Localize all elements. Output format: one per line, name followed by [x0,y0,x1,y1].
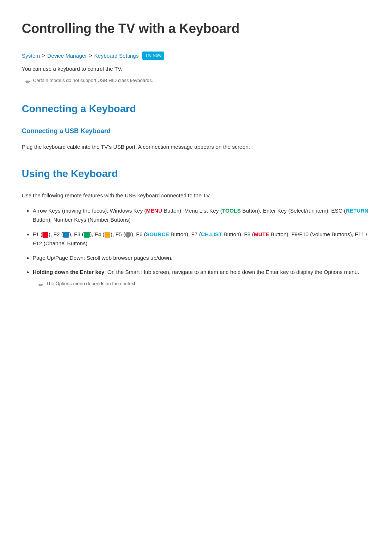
page-title: Controlling the TV with a Keyboard [22,18,370,43]
using-section-title: Using the Keyboard [22,166,370,182]
f4-icon-yellow [105,232,110,238]
keyboard-features-list: Arrow Keys (moving the focus), Windows K… [33,206,370,290]
list-item-pageupdown: Page Up/Page Down: Scroll web browser pa… [33,253,370,263]
mute-label: MUTE [254,231,269,237]
breadcrumb-device-manager[interactable]: Device Manager [47,52,87,60]
breadcrumb-keyboard-settings[interactable]: Keyboard Settings [94,52,139,60]
breadcrumb: System > Device Manager > Keyboard Setti… [22,52,370,60]
breadcrumb-sep-1: > [42,52,45,59]
breadcrumb-sep-2: > [89,52,92,59]
options-menu-note-text: The Options menu depends on the context. [46,280,136,288]
try-now-badge[interactable]: Try Now [142,52,164,60]
return-label: RETURN [346,208,369,214]
intro-text: You can use a keyboard to control the TV… [22,65,370,73]
chlist-label: CH.LIST [201,231,222,237]
usb-keyboard-subsection-title: Connecting a USB Keyboard [22,126,370,136]
source-label: SOURCE [146,231,169,237]
intro-note: ✏ Certain models do not support USB HID … [25,77,370,87]
menu-label: MENU [146,208,162,214]
connecting-section-title: Connecting a Keyboard [22,101,370,117]
options-menu-note: ✏ The Options menu depends on the contex… [38,280,370,290]
holding-enter-bold: Holding down the Enter key [33,269,105,275]
usb-keyboard-body: Plug the keyboard cable into the TV's US… [22,142,370,152]
breadcrumb-system[interactable]: System [22,52,40,60]
tools-label: TOOLS [222,208,241,214]
list-item-fkeys: F1 (), F2 (), F3 (), F4 (), F5 (), F6 (S… [33,230,370,248]
f1-icon-red [42,232,48,238]
f5-icon-gray [125,232,131,238]
intro-note-text: Certain models do not support USB HID cl… [33,77,153,85]
pencil-icon: ✏ [25,77,30,87]
list-item-arrow: Arrow Keys (moving the focus), Windows K… [33,206,370,225]
list-item-holding-enter: Holding down the Enter key: On the Smart… [33,267,370,290]
f3-icon-green [84,232,90,238]
pencil-icon-2: ✏ [38,280,43,290]
f2-icon-blue [63,232,69,238]
using-intro-text: Use the following remote features with t… [22,191,370,200]
